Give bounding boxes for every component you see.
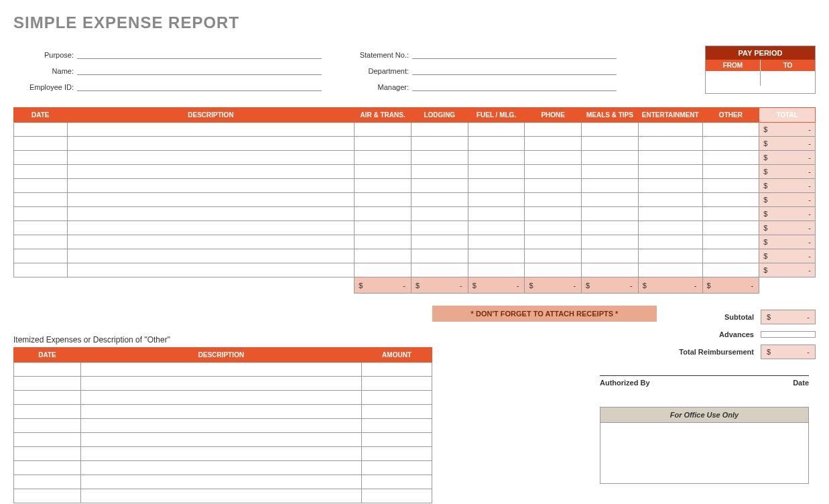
expense-cell[interactable] [411,221,468,235]
itemized-cell[interactable] [14,461,81,475]
expense-cell[interactable] [67,193,355,207]
expense-cell[interactable] [525,249,582,263]
itemized-cell[interactable] [14,363,81,377]
expense-cell[interactable] [355,151,411,165]
expense-cell[interactable] [702,207,759,221]
expense-cell[interactable] [582,235,639,249]
expense-cell[interactable] [411,151,468,165]
expense-cell[interactable] [525,123,582,137]
itemized-cell[interactable] [362,377,432,391]
expense-cell[interactable] [67,263,355,277]
expense-cell[interactable] [468,123,525,137]
expense-cell[interactable] [14,263,68,277]
expense-cell[interactable] [638,263,702,277]
expense-cell[interactable] [468,221,525,235]
itemized-cell[interactable] [362,461,432,475]
itemized-cell[interactable] [80,419,361,433]
field-input[interactable] [412,79,617,91]
expense-cell[interactable] [638,193,702,207]
expense-cell[interactable] [67,151,355,165]
expense-cell[interactable] [525,137,582,151]
expense-cell[interactable] [411,235,468,249]
field-input[interactable] [77,63,322,75]
expense-cell[interactable] [638,123,702,137]
itemized-cell[interactable] [14,391,81,405]
expense-cell[interactable] [14,249,68,263]
field-input[interactable] [77,47,322,59]
expense-cell[interactable] [14,221,68,235]
expense-cell[interactable] [525,151,582,165]
expense-cell[interactable] [702,179,759,193]
expense-cell[interactable] [702,263,759,277]
itemized-cell[interactable] [80,475,361,489]
itemized-cell[interactable] [14,489,81,503]
expense-cell[interactable] [582,137,639,151]
itemized-cell[interactable] [80,363,361,377]
expense-cell[interactable] [525,235,582,249]
expense-cell[interactable] [14,179,68,193]
expense-cell[interactable] [582,123,639,137]
expense-cell[interactable] [411,123,468,137]
expense-cell[interactable] [582,193,639,207]
field-input[interactable] [412,63,617,75]
expense-cell[interactable] [67,207,355,221]
itemized-cell[interactable] [362,405,432,419]
expense-cell[interactable] [355,249,411,263]
expense-cell[interactable] [14,193,68,207]
expense-cell[interactable] [411,207,468,221]
expense-cell[interactable] [525,263,582,277]
expense-cell[interactable] [355,263,411,277]
expense-cell[interactable] [355,235,411,249]
itemized-cell[interactable] [14,377,81,391]
expense-cell[interactable] [468,263,525,277]
expense-cell[interactable] [702,151,759,165]
itemized-cell[interactable] [80,433,361,447]
itemized-cell[interactable] [362,391,432,405]
expense-cell[interactable] [14,151,68,165]
expense-cell[interactable] [67,249,355,263]
itemized-cell[interactable] [80,391,361,405]
expense-cell[interactable] [67,137,355,151]
expense-cell[interactable] [582,263,639,277]
expense-cell[interactable] [702,221,759,235]
expense-cell[interactable] [355,123,411,137]
expense-cell[interactable] [468,193,525,207]
itemized-cell[interactable] [80,405,361,419]
expense-cell[interactable] [702,137,759,151]
itemized-cell[interactable] [14,475,81,489]
itemized-cell[interactable] [14,433,81,447]
expense-cell[interactable] [468,249,525,263]
expense-cell[interactable] [14,123,68,137]
expense-cell[interactable] [67,221,355,235]
field-input[interactable] [412,47,617,59]
expense-cell[interactable] [468,151,525,165]
pay-period-to-input[interactable] [761,71,815,86]
expense-cell[interactable] [355,193,411,207]
expense-cell[interactable] [14,137,68,151]
expense-cell[interactable] [67,179,355,193]
expense-cell[interactable] [702,193,759,207]
expense-cell[interactable] [638,221,702,235]
expense-cell[interactable] [14,235,68,249]
expense-cell[interactable] [411,179,468,193]
expense-cell[interactable] [702,165,759,179]
expense-cell[interactable] [525,207,582,221]
expense-cell[interactable] [355,221,411,235]
itemized-cell[interactable] [80,461,361,475]
expense-cell[interactable] [638,137,702,151]
expense-cell[interactable] [582,221,639,235]
expense-cell[interactable] [14,207,68,221]
itemized-cell[interactable] [80,377,361,391]
expense-cell[interactable] [67,165,355,179]
expense-cell[interactable] [702,249,759,263]
expense-cell[interactable] [468,207,525,221]
expense-cell[interactable] [525,221,582,235]
itemized-cell[interactable] [362,489,432,503]
expense-cell[interactable] [638,165,702,179]
itemized-cell[interactable] [362,363,432,377]
expense-cell[interactable] [582,151,639,165]
expense-cell[interactable] [14,165,68,179]
expense-cell[interactable] [67,123,355,137]
itemized-cell[interactable] [14,419,81,433]
expense-cell[interactable] [638,207,702,221]
